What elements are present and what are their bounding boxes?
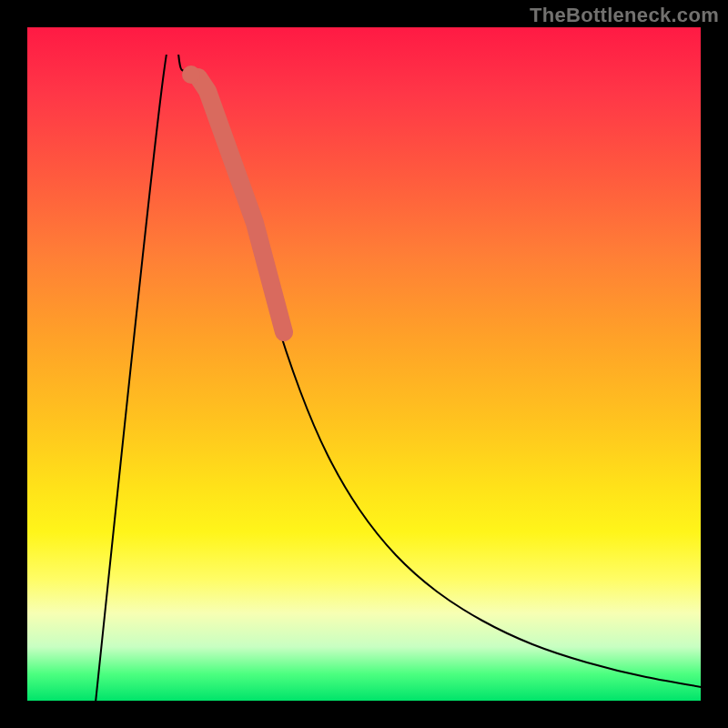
series-highlight-dot [182,66,200,84]
watermark-text: TheBottleneck.com [530,4,719,27]
series-highlight-band [198,77,284,332]
series-curve [93,55,728,728]
chart-frame [0,0,728,728]
chart-plot [55,55,728,728]
